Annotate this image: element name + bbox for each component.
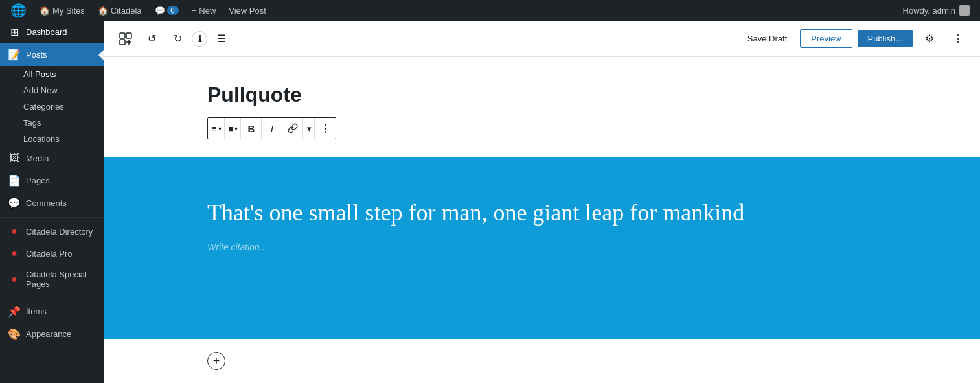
more-rich-text-dropdown[interactable]: ▾ [303, 118, 315, 139]
avatar [959, 5, 970, 16]
editor-toolbar-right: Save Draft Preview Publish... ⚙ ⋮ [740, 27, 970, 51]
dashboard-icon: ⊞ [8, 26, 21, 38]
editor-white-section: Pullquote ≡ ▾ ■ ▾ B I [104, 57, 980, 157]
align-toolbar-dropdown[interactable]: ≡ ▾ [208, 118, 225, 139]
add-block-button[interactable] [114, 27, 137, 51]
posts-arrow [98, 50, 104, 60]
sidebar-label-pages: Pages [26, 176, 50, 185]
editor-toolbar-left: ↺ ↻ ℹ ☰ [114, 27, 233, 51]
categories-label: Categories [23, 102, 64, 111]
sidebar-label-citadela-pro: Citadela Pro [26, 249, 73, 259]
wp-logo-icon: 🌐 [10, 3, 27, 18]
sidebar-item-appearance[interactable]: 🎨 Appearance [0, 323, 104, 345]
editor-area: ↺ ↻ ℹ ☰ Save Draft Preview Publish... ⚙ … [104, 21, 980, 383]
sidebar-item-pages[interactable]: 📄 Pages [0, 169, 104, 192]
color-toolbar-dropdown[interactable]: ■ ▾ [225, 118, 242, 139]
sidebar-item-categories[interactable]: Categories [23, 99, 104, 115]
sidebar-divider-1 [0, 217, 104, 218]
editor-toolbar: ↺ ↻ ℹ ☰ Save Draft Preview Publish... ⚙ … [104, 21, 980, 57]
svg-rect-1 [126, 33, 131, 38]
citadela-directory-icon: ● [8, 226, 21, 237]
color-chevron-icon: ▾ [234, 125, 238, 132]
editor-bottom: + [104, 339, 980, 383]
sidebar-item-citadela-special[interactable]: ● Citadela Special Pages [0, 264, 104, 294]
more-options-block-button[interactable]: ⋮ [315, 118, 336, 139]
document-info-button[interactable]: ℹ [192, 31, 207, 47]
comment-icon: 💬 [155, 6, 165, 16]
color-icon: ■ [229, 124, 234, 133]
view-post-label: View Post [229, 6, 266, 16]
comments-nav-icon: 💬 [8, 197, 21, 209]
main-layout: ⊞ Dashboard 📝 Posts All Posts Add New Ca… [0, 21, 980, 383]
tags-label: Tags [23, 118, 41, 128]
block-toolbar: ≡ ▾ ■ ▾ B I [207, 117, 336, 139]
new-content-button[interactable]: + New [187, 0, 222, 21]
pages-icon: 📄 [8, 174, 21, 187]
items-icon: 📌 [8, 305, 21, 318]
sidebar-item-locations[interactable]: Locations [23, 131, 104, 147]
pullquote-citation[interactable]: Write citation... [207, 242, 876, 252]
posts-icon: 📝 [8, 49, 21, 61]
sidebar: ⊞ Dashboard 📝 Posts All Posts Add New Ca… [0, 21, 104, 383]
admin-bar: 🌐 🏠 My Sites 🏠 Citadela 💬 0 + New View P… [0, 0, 980, 21]
citadela-pro-icon: ● [8, 248, 21, 259]
sidebar-item-dashboard[interactable]: ⊞ Dashboard [0, 21, 104, 43]
align-icon: ≡ [212, 124, 217, 133]
new-label: New [199, 6, 216, 16]
preview-button[interactable]: Preview [800, 29, 852, 48]
publish-button[interactable]: Publish... [858, 30, 913, 47]
comments-button[interactable]: 💬 0 [150, 0, 184, 21]
site-name-label: Citadela [111, 6, 142, 16]
howdy-section[interactable]: Howdy, admin [898, 5, 975, 16]
block-title[interactable]: Pullquote [207, 83, 876, 107]
sidebar-label-items: Items [26, 307, 47, 316]
sidebar-label-citadela-special: Citadela Special Pages [26, 270, 96, 289]
sidebar-item-citadela-pro[interactable]: ● Citadela Pro [0, 242, 104, 264]
home-icon: 🏠 [40, 6, 50, 16]
more-options-button[interactable]: ⋮ [946, 27, 970, 51]
add-block-bottom-button[interactable]: + [207, 352, 225, 370]
sidebar-item-items[interactable]: 📌 Items [0, 300, 104, 323]
sidebar-item-media[interactable]: 🖼 Media [0, 147, 104, 169]
add-new-label: Add New [23, 86, 58, 95]
sidebar-label-appearance: Appearance [26, 329, 71, 339]
sidebar-item-citadela-directory[interactable]: ● Citadela Directory [0, 220, 104, 242]
sidebar-item-comments[interactable]: 💬 Comments [0, 192, 104, 215]
italic-button[interactable]: I [262, 118, 282, 139]
list-view-button[interactable]: ☰ [210, 27, 233, 51]
align-chevron-icon: ▾ [218, 125, 222, 132]
pullquote-text[interactable]: That's one small step for man, one giant… [207, 196, 876, 229]
plus-icon: + [192, 6, 197, 16]
sidebar-label-posts: Posts [26, 50, 47, 60]
sidebar-item-all-posts[interactable]: All Posts [23, 66, 104, 82]
sidebar-label-citadela-directory: Citadela Directory [26, 227, 93, 237]
all-posts-label: All Posts [23, 69, 56, 79]
howdy-text: Howdy, admin [903, 6, 955, 16]
my-sites-label: My Sites [52, 6, 85, 16]
redo-button[interactable]: ↻ [166, 27, 189, 51]
editor-content: Pullquote ≡ ▾ ■ ▾ B I [104, 57, 980, 383]
link-button[interactable] [282, 118, 303, 139]
svg-rect-0 [120, 33, 125, 38]
site-home-icon: 🏠 [98, 6, 108, 16]
pullquote-section[interactable]: That's one small step for man, one giant… [104, 157, 980, 339]
sidebar-divider-2 [0, 297, 104, 297]
more-rich-chevron-icon: ▾ [307, 124, 312, 133]
bold-button[interactable]: B [241, 118, 262, 139]
locations-label: Locations [23, 134, 60, 144]
view-post-button[interactable]: View Post [223, 0, 271, 21]
undo-button[interactable]: ↺ [140, 27, 163, 51]
site-name-button[interactable]: 🏠 Citadela [93, 0, 147, 21]
sidebar-item-tags[interactable]: Tags [23, 115, 104, 131]
sidebar-label-media: Media [26, 154, 49, 163]
comment-count: 0 [167, 6, 179, 15]
save-draft-button[interactable]: Save Draft [740, 30, 795, 47]
sidebar-item-add-new[interactable]: Add New [23, 82, 104, 99]
post-settings-button[interactable]: ⚙ [918, 27, 941, 51]
sidebar-sub-posts: All Posts Add New Categories Tags Locati… [0, 66, 104, 147]
media-icon: 🖼 [8, 152, 21, 164]
wp-logo-button[interactable]: 🌐 [5, 0, 32, 21]
sidebar-label-dashboard: Dashboard [26, 27, 67, 37]
sidebar-item-posts[interactable]: 📝 Posts [0, 43, 104, 66]
my-sites-button[interactable]: 🏠 My Sites [34, 0, 90, 21]
